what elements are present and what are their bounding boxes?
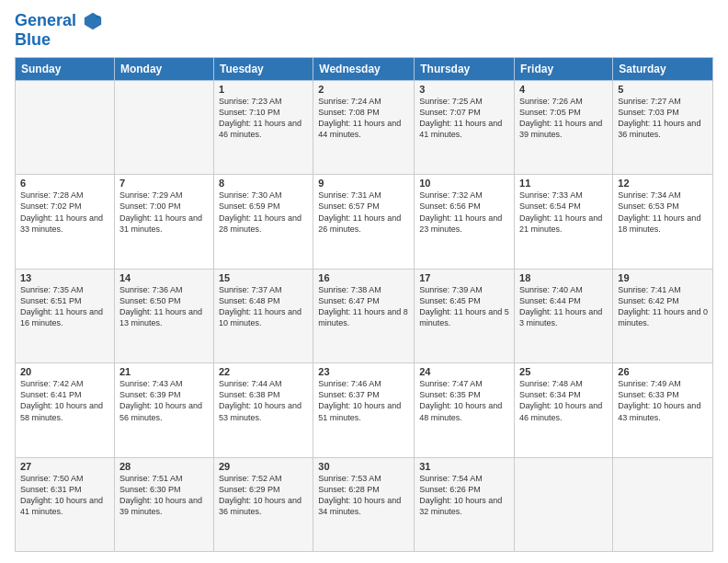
day-cell [613,457,713,551]
day-info: Sunrise: 7:26 AMSunset: 7:05 PMDaylight:… [519,96,608,141]
day-cell [515,457,613,551]
day-cell: 7Sunrise: 7:29 AMSunset: 7:00 PMDaylight… [114,175,213,269]
day-cell: 27Sunrise: 7:50 AMSunset: 6:31 PMDayligh… [16,457,115,551]
day-number: 12 [618,178,708,189]
day-info: Sunrise: 7:37 AMSunset: 6:48 PMDaylight:… [219,284,308,329]
col-header-tuesday: Tuesday [213,57,313,80]
day-number: 25 [519,366,608,377]
day-info: Sunrise: 7:34 AMSunset: 6:53 PMDaylight:… [618,190,708,235]
day-cell: 11Sunrise: 7:33 AMSunset: 6:54 PMDayligh… [515,175,613,269]
day-info: Sunrise: 7:28 AMSunset: 7:02 PMDaylight:… [20,190,109,235]
day-cell: 19Sunrise: 7:41 AMSunset: 6:42 PMDayligh… [613,269,713,362]
day-info: Sunrise: 7:52 AMSunset: 6:29 PMDaylight:… [219,473,308,518]
day-info: Sunrise: 7:40 AMSunset: 6:44 PMDaylight:… [519,284,608,329]
day-number: 26 [618,366,708,377]
day-info: Sunrise: 7:31 AMSunset: 6:57 PMDaylight:… [318,190,409,235]
day-number: 2 [318,84,409,95]
day-number: 20 [20,366,109,377]
day-cell: 6Sunrise: 7:28 AMSunset: 7:02 PMDaylight… [16,175,115,269]
day-info: Sunrise: 7:27 AMSunset: 7:03 PMDaylight:… [618,96,708,141]
day-info: Sunrise: 7:48 AMSunset: 6:34 PMDaylight:… [519,378,608,423]
day-number: 9 [318,178,409,189]
col-header-saturday: Saturday [613,57,713,80]
logo-text2: Blue [15,31,103,50]
day-info: Sunrise: 7:46 AMSunset: 6:37 PMDaylight:… [318,378,409,423]
col-header-sunday: Sunday [16,57,115,80]
day-number: 19 [618,272,708,283]
day-cell: 23Sunrise: 7:46 AMSunset: 6:37 PMDayligh… [313,363,415,457]
day-cell: 10Sunrise: 7:32 AMSunset: 6:56 PMDayligh… [415,175,515,269]
day-cell [16,80,115,174]
day-cell: 5Sunrise: 7:27 AMSunset: 7:03 PMDaylight… [613,80,713,174]
day-cell: 20Sunrise: 7:42 AMSunset: 6:41 PMDayligh… [16,363,115,457]
day-cell: 26Sunrise: 7:49 AMSunset: 6:33 PMDayligh… [613,363,713,457]
day-cell: 1Sunrise: 7:23 AMSunset: 7:10 PMDaylight… [213,80,313,174]
col-header-friday: Friday [515,57,613,80]
logo-text: General [15,11,103,31]
day-cell: 12Sunrise: 7:34 AMSunset: 6:53 PMDayligh… [613,175,713,269]
week-row-2: 6Sunrise: 7:28 AMSunset: 7:02 PMDaylight… [16,175,713,269]
calendar: SundayMondayTuesdayWednesdayThursdayFrid… [15,57,713,552]
col-header-wednesday: Wednesday [313,57,415,80]
day-number: 21 [119,366,209,377]
day-info: Sunrise: 7:35 AMSunset: 6:51 PMDaylight:… [20,284,109,329]
day-number: 31 [419,461,509,472]
day-number: 28 [119,461,209,472]
day-info: Sunrise: 7:42 AMSunset: 6:41 PMDaylight:… [20,378,109,423]
day-cell: 21Sunrise: 7:43 AMSunset: 6:39 PMDayligh… [114,363,213,457]
day-cell: 25Sunrise: 7:48 AMSunset: 6:34 PMDayligh… [515,363,613,457]
day-cell: 14Sunrise: 7:36 AMSunset: 6:50 PMDayligh… [114,269,213,362]
week-row-5: 27Sunrise: 7:50 AMSunset: 6:31 PMDayligh… [16,457,713,551]
day-number: 18 [519,272,608,283]
day-number: 8 [219,178,308,189]
day-info: Sunrise: 7:33 AMSunset: 6:54 PMDaylight:… [519,190,608,235]
page: General Blue SundayMondayTuesdayWed [0,0,728,563]
day-cell: 29Sunrise: 7:52 AMSunset: 6:29 PMDayligh… [213,457,313,551]
day-number: 6 [20,178,109,189]
day-cell: 24Sunrise: 7:47 AMSunset: 6:35 PMDayligh… [415,363,515,457]
day-cell: 28Sunrise: 7:51 AMSunset: 6:30 PMDayligh… [114,457,213,551]
day-cell: 4Sunrise: 7:26 AMSunset: 7:05 PMDaylight… [515,80,613,174]
col-header-monday: Monday [114,57,213,80]
day-number: 30 [318,461,409,472]
day-number: 15 [219,272,308,283]
day-info: Sunrise: 7:54 AMSunset: 6:26 PMDaylight:… [419,473,509,518]
day-cell: 17Sunrise: 7:39 AMSunset: 6:45 PMDayligh… [415,269,515,362]
day-cell: 30Sunrise: 7:53 AMSunset: 6:28 PMDayligh… [313,457,415,551]
day-info: Sunrise: 7:36 AMSunset: 6:50 PMDaylight:… [119,284,209,329]
day-cell: 13Sunrise: 7:35 AMSunset: 6:51 PMDayligh… [16,269,115,362]
day-number: 7 [119,178,209,189]
day-info: Sunrise: 7:25 AMSunset: 7:07 PMDaylight:… [419,96,509,141]
day-cell: 16Sunrise: 7:38 AMSunset: 6:47 PMDayligh… [313,269,415,362]
logo: General Blue [15,11,103,50]
day-info: Sunrise: 7:43 AMSunset: 6:39 PMDaylight:… [119,378,209,423]
day-info: Sunrise: 7:47 AMSunset: 6:35 PMDaylight:… [419,378,509,423]
day-number: 1 [219,84,308,95]
day-number: 14 [119,272,209,283]
day-info: Sunrise: 7:38 AMSunset: 6:47 PMDaylight:… [318,284,409,329]
day-number: 11 [519,178,608,189]
week-row-3: 13Sunrise: 7:35 AMSunset: 6:51 PMDayligh… [16,269,713,362]
header: General Blue [15,11,713,50]
day-number: 17 [419,272,509,283]
day-number: 24 [419,366,509,377]
day-number: 3 [419,84,509,95]
col-header-thursday: Thursday [415,57,515,80]
day-cell: 9Sunrise: 7:31 AMSunset: 6:57 PMDaylight… [313,175,415,269]
day-info: Sunrise: 7:49 AMSunset: 6:33 PMDaylight:… [618,378,708,423]
day-cell: 31Sunrise: 7:54 AMSunset: 6:26 PMDayligh… [415,457,515,551]
day-cell: 15Sunrise: 7:37 AMSunset: 6:48 PMDayligh… [213,269,313,362]
day-info: Sunrise: 7:50 AMSunset: 6:31 PMDaylight:… [20,473,109,518]
day-number: 13 [20,272,109,283]
day-info: Sunrise: 7:53 AMSunset: 6:28 PMDaylight:… [318,473,409,518]
day-info: Sunrise: 7:41 AMSunset: 6:42 PMDaylight:… [618,284,708,329]
day-info: Sunrise: 7:24 AMSunset: 7:08 PMDaylight:… [318,96,409,141]
day-number: 4 [519,84,608,95]
day-info: Sunrise: 7:39 AMSunset: 6:45 PMDaylight:… [419,284,509,329]
day-cell: 3Sunrise: 7:25 AMSunset: 7:07 PMDaylight… [415,80,515,174]
header-row: SundayMondayTuesdayWednesdayThursdayFrid… [16,57,713,80]
day-cell: 2Sunrise: 7:24 AMSunset: 7:08 PMDaylight… [313,80,415,174]
day-info: Sunrise: 7:30 AMSunset: 6:59 PMDaylight:… [219,190,308,235]
day-cell: 18Sunrise: 7:40 AMSunset: 6:44 PMDayligh… [515,269,613,362]
day-cell: 22Sunrise: 7:44 AMSunset: 6:38 PMDayligh… [213,363,313,457]
